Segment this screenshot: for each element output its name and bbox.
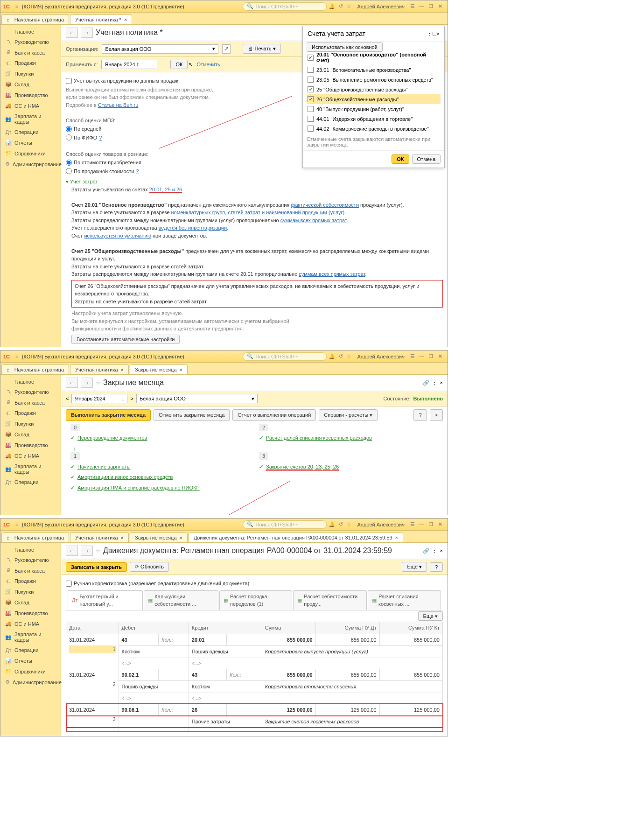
bell-icon[interactable]: 🔔 (329, 353, 335, 359)
sidebar-item[interactable]: 📊Отчеты (0, 655, 61, 666)
help-icon[interactable]: ? (136, 168, 139, 175)
close-icon[interactable]: × (180, 535, 182, 540)
popup-cancel-button[interactable]: Отмена (412, 154, 441, 164)
close-icon[interactable]: × (437, 31, 440, 36)
sidebar-item[interactable]: 📦Склад (0, 597, 61, 608)
star-icon[interactable]: ☆ (347, 3, 351, 9)
sidebar-item-reports[interactable]: 📊Отчеты (0, 137, 61, 148)
sidebar-item[interactable]: 🚚ОС и НМА (0, 450, 61, 461)
sidebar-item[interactable]: ₽Банк и касса (0, 565, 61, 576)
manual-edit-checkbox[interactable]: Ручная корректировка (разрешает редактир… (66, 580, 443, 588)
tab-home[interactable]: ⌂Начальная страница (1, 533, 69, 542)
more-button[interactable]: Еще ▾ (418, 611, 443, 621)
star-icon[interactable]: ☆ (96, 548, 100, 554)
run-close-button[interactable]: Выполнить закрытие месяца (66, 409, 151, 421)
tab-doc-moves[interactable]: Движения документа: Регламентная операци… (189, 533, 403, 542)
sidebar-item[interactable]: ДтОперации (0, 477, 61, 487)
refresh-button[interactable]: ⟳ Обновить (130, 562, 169, 572)
op-salary[interactable]: Начисление зарплаты (77, 463, 131, 471)
sidebar-item-warehouse[interactable]: 📦Склад (0, 79, 61, 90)
tab-month-close[interactable]: Закрытие месяца× (130, 533, 188, 542)
fwd-button[interactable]: → (81, 546, 93, 556)
op-depr-os[interactable]: Амортизация и износ основных средств (77, 473, 173, 481)
apply-period-field[interactable]: Январь 2024 г.... (101, 60, 157, 69)
cancel-link[interactable]: Отменить (196, 62, 220, 67)
period-field[interactable]: Январь 2024... (71, 394, 127, 403)
tab-home[interactable]: ⌂Начальная страница (1, 14, 69, 24)
help-button[interactable]: ? (430, 562, 443, 572)
sidebar-item[interactable]: 🛒Покупки (0, 586, 61, 597)
back-button[interactable]: ← (66, 546, 78, 556)
close-page-icon[interactable]: × (440, 380, 443, 385)
report-button[interactable]: Отчет о выполнении операций (232, 409, 316, 421)
menu-icon[interactable]: ≡ (15, 354, 18, 359)
posting-row[interactable]: 31.01.2024143Кол.:20.01855 000,00855 000… (66, 634, 443, 646)
help-q-button[interactable]: ? (413, 409, 427, 421)
restore-auto-button[interactable]: Восстановить автоматические настройки (71, 335, 180, 344)
sidebar-item-assets[interactable]: 🚚ОС и НМА (0, 100, 61, 111)
org-field[interactable]: Белая акация ООО▾ (102, 44, 218, 54)
prev-month-button[interactable]: < (66, 396, 69, 401)
sidebar-item[interactable]: 🚚ОС и НМА (0, 618, 61, 629)
sidebar-item[interactable]: 📦Склад (0, 429, 61, 440)
sidebar-item[interactable]: 🏭Производство (0, 440, 61, 450)
subtab-order[interactable]: ▦Расчет порядка переделов (1) (219, 590, 292, 610)
sidebar-item-manager[interactable]: 〽Руководителю (0, 37, 61, 47)
fwd-button[interactable]: → (81, 378, 93, 388)
sidebar-item[interactable]: 🏷Продажи (0, 576, 61, 586)
org-field[interactable]: Белая акация ООО▾ (136, 394, 258, 403)
close-icon[interactable]: × (124, 17, 127, 22)
star-icon[interactable]: ☆ (96, 380, 100, 386)
sidebar-item-bank[interactable]: ₽Банк и касса (0, 47, 61, 58)
sidebar-item[interactable]: ⚙Администрирование (0, 677, 61, 687)
fwd-button[interactable]: → (81, 28, 93, 38)
global-search[interactable]: 🔍Поиск Ctrl+Shift+F (243, 520, 327, 529)
close-icon[interactable]: × (395, 535, 398, 540)
undo-close-button[interactable]: Отменить закрытие месяца (154, 409, 230, 421)
sidebar-item-main[interactable]: ≡Главное (0, 27, 61, 37)
op-depr-nma[interactable]: Амортизация НМА и списание расходов по Н… (77, 484, 200, 492)
history-icon[interactable]: ↺ (339, 521, 343, 527)
op-close-accounts[interactable]: Закрытие счетов 20, 23, 25, 26 (266, 463, 339, 471)
posting-row[interactable]: 31.01.2024290.02.143Кол.:855 000,00855 0… (66, 669, 443, 681)
account-checkbox[interactable]: 23.05 "Выполнение ремонтов основных сред… (307, 75, 441, 84)
use-as-main-button[interactable]: Использовать как основной (307, 42, 383, 52)
popup-ok-button[interactable]: ОК (392, 154, 409, 164)
sidebar-item[interactable]: 🛒Покупки (0, 418, 61, 429)
sidebar-item-sales[interactable]: 🏷Продажи (0, 58, 61, 68)
op-repost-docs[interactable]: Перепроведение документов (77, 434, 147, 442)
help-icon[interactable]: ? (99, 134, 102, 142)
menu-icon[interactable]: ≡ (15, 522, 18, 527)
retail-sale-radio[interactable]: По продажной стоимости ? (66, 168, 443, 175)
menu-icon[interactable]: ≡ (15, 4, 18, 9)
sidebar-item[interactable]: 🏭Производство (0, 608, 61, 618)
account-checkbox[interactable]: ✔20.01 "Основное производство" (основной… (307, 50, 441, 65)
sidebar-item[interactable]: 🏷Продажи (0, 408, 61, 418)
sidebar-item[interactable]: 〽Руководителю (0, 387, 61, 397)
close-icon[interactable]: × (121, 367, 124, 372)
tab-home[interactable]: ⌂Начальная страница (1, 364, 69, 374)
account-checkbox[interactable]: ✔26 "Общехозяйственные расходы" (307, 94, 441, 104)
subtab-calc[interactable]: ▦Калькуляции себестоимости ... (144, 590, 218, 610)
panel-icon[interactable]: ☰ (410, 353, 415, 359)
tab-accounting-policy[interactable]: Учетная политика× (70, 364, 129, 374)
dropdown-icon[interactable]: ▾ (252, 396, 254, 402)
posting-row[interactable]: 31.01.2024390.08.1Кол.:26125 000,00125 0… (66, 704, 443, 716)
dropdown-icon[interactable]: ▾ (212, 46, 215, 52)
kebab-icon[interactable]: ⋮ (427, 31, 432, 37)
sidebar-item-purchases[interactable]: 🛒Покупки (0, 68, 61, 79)
history-icon[interactable]: ↺ (339, 3, 343, 9)
back-button[interactable]: ← (66, 378, 78, 388)
link-icon[interactable]: 🔗 (423, 380, 429, 386)
close-page-icon[interactable]: × (440, 548, 443, 554)
sidebar-item[interactable]: 👥Зарплата и кадры (0, 461, 61, 477)
account-checkbox[interactable]: 40 "Выпуск продукции (работ, услуг)" (307, 104, 441, 114)
buhru-link[interactable]: Статье на Buh.ru (98, 102, 138, 108)
subtab-accounting[interactable]: ДтБухгалтерский и налоговый у... (68, 590, 143, 610)
account-checkbox[interactable]: ✔25 "Общепроизводственные расходы" (307, 84, 441, 94)
sidebar-item[interactable]: ДтОперации (0, 645, 61, 655)
kebab-icon[interactable]: ⋮ (432, 380, 437, 386)
account-checkbox[interactable]: 44.02 "Коммерческие расходы в производст… (307, 124, 441, 133)
sidebar-item-hr[interactable]: 👥Зарплата и кадры (0, 111, 61, 127)
accounts-link[interactable]: 20.01, 25 и 26 (149, 187, 182, 193)
